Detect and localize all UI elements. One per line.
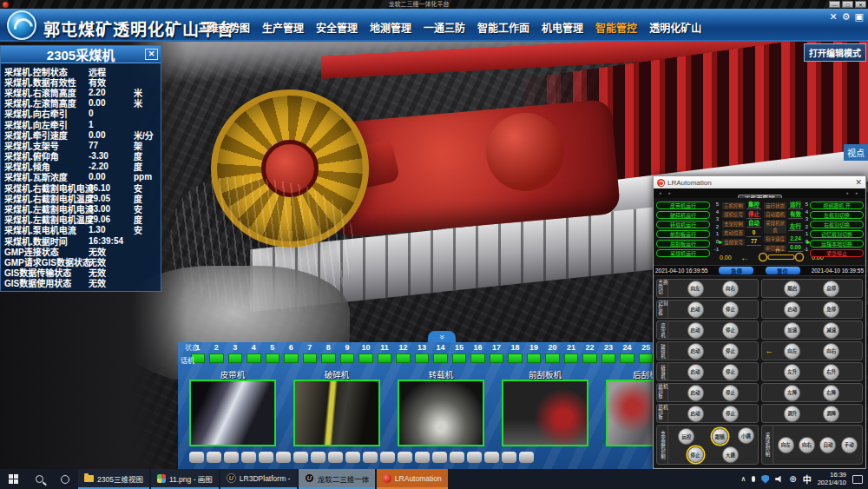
lr-close-icon[interactable]: ✕ <box>855 178 862 187</box>
round-button-启动[interactable]: 启动 <box>687 406 704 422</box>
round-button-调降[interactable]: 调降 <box>823 406 839 422</box>
round-button-启动[interactable]: 启动 <box>784 301 800 318</box>
ime-indicator[interactable]: 中 <box>803 472 812 486</box>
camera-thumbnail-前刮板机[interactable] <box>502 380 589 446</box>
close-button[interactable]: ✕ <box>855 1 866 8</box>
mini-thumbnail[interactable] <box>259 452 273 463</box>
round-button-向左[interactable]: 向左 <box>687 281 704 297</box>
round-button-远控[interactable]: 远控 <box>678 428 694 445</box>
round-button-急停[interactable]: 急停 <box>823 301 839 318</box>
round-button-左降[interactable]: 左降 <box>784 385 800 401</box>
cortana-icon[interactable] <box>52 469 78 489</box>
round-button-启动[interactable]: 启动 <box>687 364 704 380</box>
mode-button[interactable]: 远程本地切换 <box>810 240 864 248</box>
run-button[interactable]: 后刮板运行 <box>656 240 710 248</box>
mini-thumbnail[interactable] <box>415 452 430 463</box>
round-button-停止[interactable]: 停止 <box>722 406 739 422</box>
round-button-启动[interactable]: 启动 <box>687 301 704 318</box>
mini-thumbnail[interactable] <box>328 452 343 463</box>
taskbar-app-2305三维视图[interactable]: 2305三维视图 <box>78 469 149 489</box>
gear-icon[interactable]: ⚙ <box>842 11 851 23</box>
mini-thumbnail[interactable] <box>398 452 412 463</box>
round-button-总停[interactable]: 总停 <box>823 281 839 297</box>
mini-thumbnail[interactable] <box>241 452 256 463</box>
network-globe-icon[interactable]: ⊕ <box>789 475 796 484</box>
mini-thumbnail[interactable] <box>189 452 204 463</box>
round-button-顺启[interactable]: 顺启 <box>784 281 800 297</box>
shield-icon[interactable] <box>761 475 769 484</box>
round-button-启动[interactable]: 启动 <box>687 322 704 339</box>
open-edit-mode-button[interactable]: 打开编辑模式 <box>804 43 866 62</box>
mini-thumbnail[interactable] <box>276 452 291 463</box>
collapse-strip-button[interactable]: » <box>428 331 456 342</box>
round-button-左升[interactable]: 左升 <box>784 364 800 380</box>
nav-item-一通三防[interactable]: 一通三防 <box>424 20 465 35</box>
mini-thumbnail[interactable] <box>207 452 221 463</box>
nav-item-地测管理[interactable]: 地测管理 <box>370 20 411 35</box>
start-button[interactable] <box>0 469 26 489</box>
mini-thumbnail[interactable] <box>345 452 360 463</box>
estop-button[interactable]: 急停 <box>719 267 753 274</box>
round-button-小跳[interactable]: 小跳 <box>738 427 754 444</box>
camera-thumbnail-皮带机[interactable] <box>189 380 276 446</box>
taskbar-app-LRAutomation[interactable]: LRAutomation <box>377 469 448 489</box>
mini-thumbnail[interactable] <box>484 452 499 463</box>
window-icon[interactable]: ▣ <box>855 11 864 23</box>
reset-button[interactable]: 复位 <box>766 267 800 274</box>
mini-thumbnail[interactable] <box>380 452 395 463</box>
mode-button[interactable]: 记忆截割切换 <box>810 230 864 238</box>
mini-thumbnail[interactable] <box>467 452 482 463</box>
taskbar-app-LR3DPlatform - U...[interactable]: ULR3DPlatform - U... <box>220 469 297 489</box>
round-button-停止[interactable]: 停止 <box>722 343 739 360</box>
round-button-跟随[interactable]: 跟随 <box>712 428 728 445</box>
nav-item-安全管理[interactable]: 安全管理 <box>316 20 358 35</box>
mini-thumbnail[interactable] <box>311 452 326 463</box>
run-button[interactable]: 破碎机运行 <box>656 211 710 219</box>
round-button-调升[interactable]: 调升 <box>784 406 800 422</box>
round-button-向左[interactable]: 向左 <box>784 343 800 360</box>
round-button-加速[interactable]: 加速 <box>784 322 800 339</box>
nav-item-生产管理[interactable]: 生产管理 <box>262 20 304 35</box>
round-button-减速[interactable]: 减速 <box>823 322 839 339</box>
run-button[interactable]: 前刮板运行 <box>656 230 710 238</box>
nav-item-机电管理[interactable]: 机电管理 <box>542 20 583 35</box>
clock[interactable]: 16:39 2021/4/10 <box>818 472 846 486</box>
tray-chevron-icon[interactable]: ∧ <box>740 475 746 483</box>
run-button[interactable]: 皮带机运行 <box>656 202 710 209</box>
nav-item-智能工作面[interactable]: 智能工作面 <box>477 20 529 35</box>
mic-icon[interactable] <box>752 476 755 482</box>
round-button-启动[interactable]: 启动 <box>687 385 704 401</box>
taskbar-app-龙软二三维一体化...[interactable]: U龙软二三维一体化... <box>299 469 375 489</box>
round-button-手动[interactable]: 手动 <box>841 437 858 453</box>
round-button-大跳[interactable]: 大跳 <box>722 446 739 463</box>
mode-button[interactable]: 右截割切换 <box>810 221 864 228</box>
round-button-停止[interactable]: 停止 <box>687 446 704 463</box>
mini-thumbnail[interactable] <box>502 452 516 463</box>
mini-thumbnail[interactable] <box>432 452 447 463</box>
search-icon[interactable] <box>26 469 52 489</box>
mini-thumbnail[interactable] <box>450 452 464 463</box>
round-button-停止[interactable]: 停止 <box>722 364 739 380</box>
camera-thumbnail-转载机[interactable] <box>398 380 484 446</box>
mode-button[interactable]: 视频跟机 开 <box>810 202 864 209</box>
viewpoint-tab[interactable]: 视点 <box>844 144 868 161</box>
maximize-button[interactable]: □ <box>842 1 853 8</box>
round-button-停止[interactable]: 停止 <box>722 322 739 339</box>
mini-thumbnail[interactable] <box>363 452 378 463</box>
minimize-button[interactable]: — <box>829 1 840 8</box>
round-button-停止[interactable]: 停止 <box>722 301 739 318</box>
round-button-向左[interactable]: 向左 <box>778 437 794 453</box>
round-button-右升[interactable]: 右升 <box>823 364 839 380</box>
round-button-向右[interactable]: 向右 <box>823 343 839 360</box>
mode-button[interactable]: 左截割切换 <box>810 211 864 219</box>
mini-thumbnail[interactable] <box>293 452 308 463</box>
round-button-向右[interactable]: 向右 <box>799 437 815 453</box>
panel-close-icon[interactable]: ✕ <box>145 49 158 60</box>
round-button-停止[interactable]: 停止 <box>722 385 739 401</box>
mini-thumbnail[interactable] <box>224 452 239 463</box>
round-button-自动[interactable]: 自动 <box>819 437 836 453</box>
x-tool-icon[interactable]: ✕ <box>830 11 838 23</box>
notification-icon[interactable] <box>852 475 863 484</box>
nav-item-三维态势图[interactable]: 三维态势图 <box>198 20 250 35</box>
run-button[interactable]: 转载机运行 <box>656 221 710 228</box>
